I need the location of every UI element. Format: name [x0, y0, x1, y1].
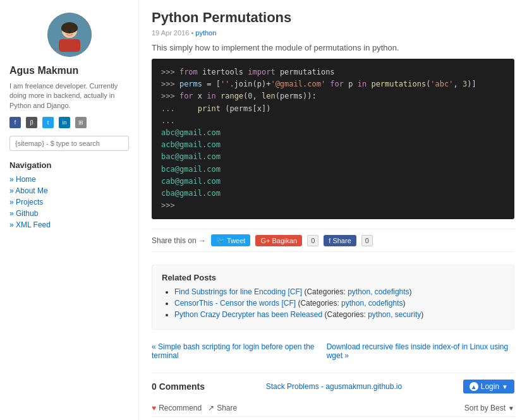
related-cat-3: (Categories: python, security)	[324, 310, 423, 319]
facebook-icon[interactable]: f	[9, 117, 21, 128]
share-icon: ↗	[208, 404, 214, 412]
sort-button[interactable]: Sort by Best ▼	[464, 404, 514, 412]
nav-item-xmlfeed[interactable]: » XML Feed	[9, 220, 129, 229]
avatar	[47, 13, 92, 57]
twitter-bird-icon: 🐦	[216, 236, 225, 244]
avatar-wrapper	[9, 13, 129, 59]
heart-icon: ♥	[152, 404, 156, 412]
related-posts: Related Posts Find Substrings for line E…	[152, 265, 514, 330]
recommend-button[interactable]: ♥ Recommend	[152, 404, 202, 412]
related-link-1[interactable]: Find Substrings for line Encoding [CF]	[174, 287, 302, 296]
nav-item-home[interactable]: » Home	[9, 175, 129, 184]
pagination: « Simple bash scripting for login before…	[152, 342, 514, 360]
related-cat-2: (Categories: python, codefights)	[298, 299, 405, 308]
tweet-button[interactable]: 🐦 Tweet	[211, 234, 250, 246]
post-intro: This simply how to implement the module …	[152, 43, 514, 52]
svg-point-6	[65, 30, 68, 32]
fb-count: 0	[361, 235, 373, 246]
related-title: Related Posts	[162, 273, 504, 282]
author-bio: I am freelance developer. Currently doin…	[9, 81, 129, 111]
list-item: CensorThis - Censor the words [CF] (Cate…	[174, 299, 504, 308]
sidebar-nav: » Home » About Me » Projects » Github » …	[9, 175, 129, 229]
related-list: Find Substrings for line Encoding [CF] (…	[162, 287, 504, 319]
nav-item-projects[interactable]: » Projects	[9, 198, 129, 207]
behance-icon[interactable]: β	[26, 117, 37, 128]
chevron-down-icon: ▼	[502, 383, 508, 390]
sort-chevron-icon: ▼	[508, 405, 514, 412]
search-input[interactable]	[9, 136, 129, 151]
prev-page-link[interactable]: « Simple bash scripting for login before…	[152, 342, 327, 360]
login-button[interactable]: ▲ Login ▼	[463, 380, 514, 393]
actions-right: Sort by Best ▼	[464, 404, 514, 412]
nav-item-github[interactable]: » Github	[9, 209, 129, 218]
comments-header: 0 Comments Stack Problems - agusmakmun.g…	[152, 373, 514, 400]
linkedin-icon[interactable]: in	[59, 117, 70, 128]
nav-title: Navigation	[9, 160, 129, 170]
svg-rect-5	[61, 25, 78, 32]
related-cat-1: (Categories: python, codefights)	[304, 287, 411, 296]
twitter-icon[interactable]: t	[42, 117, 54, 128]
grid-icon[interactable]: ⊞	[75, 117, 87, 128]
list-item: Python Crazy Decrypter has been Released…	[174, 310, 504, 319]
list-item: Find Substrings for line Encoding [CF] (…	[174, 287, 504, 296]
facebook-share-button[interactable]: f Share	[324, 235, 356, 246]
author-name: Agus Makmun	[9, 65, 129, 76]
facebook-icon: f	[329, 237, 330, 244]
comments-count: 0 Comments	[152, 381, 205, 392]
related-link-3[interactable]: Python Crazy Decrypter has been Released	[174, 310, 322, 319]
social-icons: f β t in ⊞	[9, 117, 129, 128]
post-date: 19 Apr 2016	[152, 29, 189, 37]
google-plus-icon: G+	[260, 237, 270, 244]
login-icon: ▲	[469, 382, 478, 391]
post-title: Python Permutations	[152, 9, 514, 26]
svg-rect-2	[59, 39, 80, 52]
share-row: Share this on → 🐦 Tweet G+ Bagikan 0 f S…	[152, 229, 514, 252]
next-page-link[interactable]: Download recursive files inside index-of…	[327, 342, 514, 360]
actions-left: ♥ Recommend ↗ Share	[152, 404, 237, 412]
share-comment-button[interactable]: ↗ Share	[208, 404, 237, 412]
disqus-link[interactable]: Stack Problems - agusmakmun.github.io	[266, 382, 402, 391]
sidebar: Agus Makmun I am freelance developer. Cu…	[0, 0, 139, 420]
post-tag[interactable]: python	[195, 29, 216, 37]
google-count: 0	[307, 235, 318, 246]
comments-actions: ♥ Recommend ↗ Share Sort by Best ▼	[152, 400, 514, 417]
comments-section: 0 Comments Stack Problems - agusmakmun.g…	[152, 373, 514, 420]
nav-item-about[interactable]: » About Me	[9, 186, 129, 195]
code-block: >>> from itertools import permutations >…	[152, 59, 514, 219]
bagikan-button[interactable]: G+ Bagikan	[255, 235, 302, 246]
share-label: Share this on →	[152, 236, 206, 245]
svg-point-7	[71, 30, 74, 32]
related-link-2[interactable]: CensorThis - Censor the words [CF]	[174, 299, 296, 308]
post-meta: 19 Apr 2016 • python	[152, 29, 514, 37]
main-content: Python Permutations 19 Apr 2016 • python…	[139, 0, 527, 420]
